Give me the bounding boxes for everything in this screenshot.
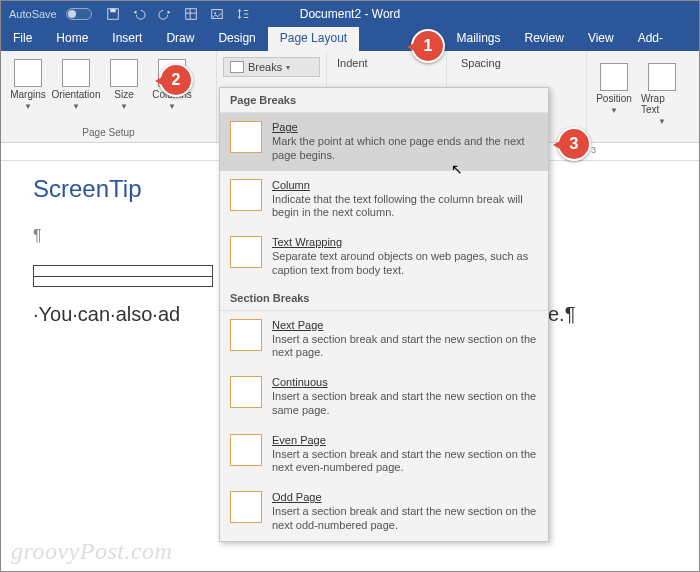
menu-item-title: Next Page (272, 319, 538, 331)
menu-item-column[interactable]: ColumnIndicate that the text following t… (220, 171, 548, 229)
menu-item-title: Page (272, 121, 538, 133)
annotation-marker-2: 2 (159, 63, 201, 105)
next-page-icon (230, 319, 262, 351)
table-icon[interactable] (184, 7, 198, 21)
column-break-icon (230, 179, 262, 211)
tab-file[interactable]: File (1, 27, 44, 51)
svg-rect-1 (110, 9, 115, 13)
chevron-down-icon: ▼ (72, 102, 80, 111)
menu-item-title: Even Page (272, 434, 538, 446)
menu-item-odd-page[interactable]: Odd PageInsert a section break and start… (220, 483, 548, 541)
marker-label: 1 (411, 29, 445, 63)
title-bar: AutoSave Document2 - Word (1, 1, 699, 27)
margins-icon (14, 59, 42, 87)
margins-label: Margins (10, 89, 46, 100)
mouse-cursor-icon: ↖ (451, 161, 463, 177)
watermark: groovyPost.com (11, 538, 172, 565)
page-breaks-header: Page Breaks (220, 88, 548, 113)
window-title: Document2 - Word (300, 7, 400, 21)
chevron-down-icon: ▼ (658, 117, 666, 126)
orientation-label: Orientation (52, 89, 101, 100)
orientation-icon (62, 59, 90, 87)
page-break-icon (230, 121, 262, 153)
breaks-icon (230, 61, 244, 73)
menu-item-title: Continuous (272, 376, 538, 388)
page-setup-group-label: Page Setup (7, 127, 210, 140)
picture-icon[interactable] (210, 7, 224, 21)
chevron-down-icon: ▼ (24, 102, 32, 111)
section-breaks-header: Section Breaks (220, 286, 548, 311)
menu-item-text-wrapping[interactable]: Text WrappingSeparate text around object… (220, 228, 548, 286)
menu-item-desc: Insert a section break and start the new… (272, 505, 538, 533)
menu-item-next-page[interactable]: Next PageInsert a section break and star… (220, 311, 548, 369)
menu-item-title: Text Wrapping (272, 236, 538, 248)
position-label: Position (596, 93, 632, 104)
odd-page-icon (230, 491, 262, 523)
autosave-toggle[interactable] (66, 8, 92, 20)
menu-item-desc: Indicate that the text following the col… (272, 193, 538, 221)
tab-page-layout[interactable]: Page Layout (268, 27, 359, 51)
chevron-down-icon: ▼ (120, 102, 128, 111)
tab-review[interactable]: Review (513, 27, 576, 51)
autosave-label: AutoSave (9, 8, 57, 20)
marker-label: 3 (557, 127, 591, 161)
body-left-fragment: ·You·can·also·ad (33, 303, 180, 325)
tab-home[interactable]: Home (44, 27, 100, 51)
chevron-down-icon: ▾ (286, 63, 290, 72)
ribbon-tabs: File Home Insert Draw Design Page Layout… (1, 27, 699, 51)
position-icon (600, 63, 628, 91)
menu-item-desc: Separate text around objects on web page… (272, 250, 538, 278)
spacing-icon[interactable] (236, 7, 250, 21)
svg-point-4 (214, 12, 216, 14)
chevron-down-icon: ▼ (610, 106, 618, 115)
menu-item-desc: Insert a section break and start the new… (272, 448, 538, 476)
horizontal-rule-box (33, 265, 213, 287)
margins-button[interactable]: Margins▼ (7, 55, 49, 111)
breaks-button[interactable]: Breaks ▾ (223, 57, 320, 77)
menu-item-continuous[interactable]: ContinuousInsert a section break and sta… (220, 368, 548, 426)
even-page-icon (230, 434, 262, 466)
undo-icon[interactable] (132, 7, 146, 21)
menu-item-page[interactable]: PageMark the point at which one page end… (220, 113, 548, 171)
svg-rect-2 (185, 9, 196, 20)
tab-design[interactable]: Design (206, 27, 267, 51)
menu-item-desc: Insert a section break and start the new… (272, 390, 538, 418)
tab-draw[interactable]: Draw (154, 27, 206, 51)
tab-view[interactable]: View (576, 27, 626, 51)
quick-access-toolbar (106, 7, 250, 21)
redo-icon[interactable] (158, 7, 172, 21)
save-icon[interactable] (106, 7, 120, 21)
annotation-marker-1: 1 (411, 29, 453, 71)
size-icon (110, 59, 138, 87)
menu-item-desc: Insert a section break and start the new… (272, 333, 538, 361)
breaks-dropdown-menu: Page Breaks PageMark the point at which … (219, 87, 549, 542)
annotation-marker-3: 3 (557, 127, 599, 169)
size-button[interactable]: Size▼ (103, 55, 145, 111)
wrap-text-button[interactable]: Wrap Text▼ (641, 59, 683, 126)
wrap-text-icon (648, 63, 676, 91)
position-button[interactable]: Position▼ (593, 59, 635, 126)
tab-mailings[interactable]: Mailings (445, 27, 513, 51)
menu-item-desc: Mark the point at which one page ends an… (272, 135, 538, 163)
tab-insert[interactable]: Insert (100, 27, 154, 51)
spacing-label: Spacing (453, 55, 580, 69)
wrap-text-label: Wrap Text (641, 93, 683, 115)
menu-item-title: Column (272, 179, 538, 191)
menu-item-even-page[interactable]: Even PageInsert a section break and star… (220, 426, 548, 484)
menu-item-title: Odd Page (272, 491, 538, 503)
orientation-button[interactable]: Orientation▼ (55, 55, 97, 111)
marker-label: 2 (159, 63, 193, 97)
tab-addins[interactable]: Add- (626, 27, 675, 51)
continuous-icon (230, 376, 262, 408)
text-wrapping-icon (230, 236, 262, 268)
size-label: Size (114, 89, 133, 100)
breaks-label: Breaks (248, 61, 282, 73)
